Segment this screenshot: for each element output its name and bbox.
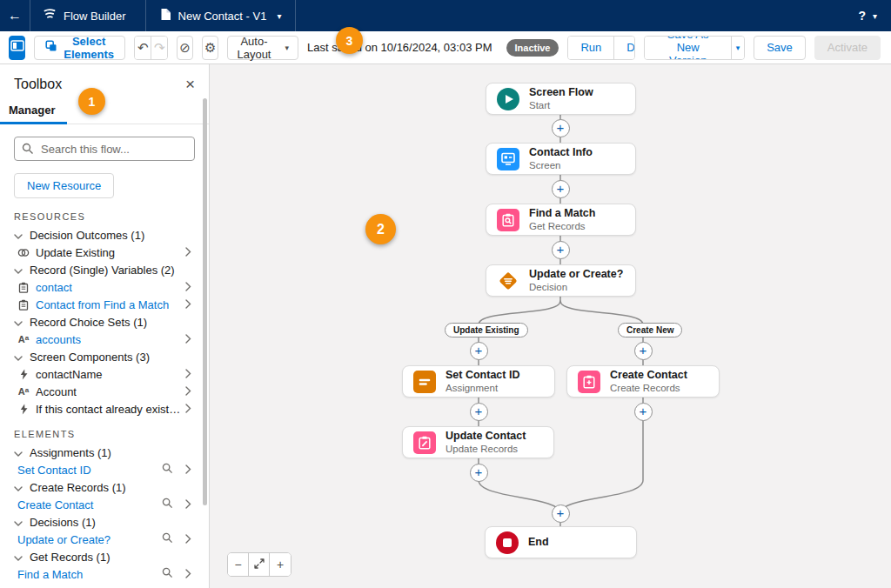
fit-to-view-button[interactable] <box>249 553 270 576</box>
close-icon[interactable]: × <box>185 76 195 92</box>
layout-picker[interactable]: Auto-Layout ▾ <box>227 36 298 60</box>
disable-icon: ⊘ <box>179 40 191 56</box>
resource-item-account[interactable]: Aa Account <box>0 383 209 400</box>
add-element-button[interactable] <box>552 180 570 198</box>
resource-item-contact[interactable]: contact <box>0 278 209 296</box>
add-element-button[interactable] <box>470 403 488 421</box>
resource-group-record-choice-sets[interactable]: Record Choice Sets (1) <box>0 313 209 331</box>
add-element-button[interactable] <box>552 504 570 523</box>
chevron-right-icon[interactable] <box>185 498 191 511</box>
back-button[interactable]: ← <box>0 0 30 31</box>
chevron-right-icon[interactable] <box>185 533 191 546</box>
select-elements-label: Select Elements <box>64 35 114 61</box>
flow-node-update-or-create[interactable]: Update or Create? Decision <box>486 264 636 297</box>
chevron-right-icon[interactable] <box>185 464 191 477</box>
chevron-right-icon[interactable] <box>185 403 191 416</box>
add-element-button[interactable] <box>470 464 488 482</box>
text-choice-icon: Aa <box>17 334 30 344</box>
flow-node-update-contact[interactable]: Update Contact Update Records <box>402 426 554 458</box>
error-check-button[interactable]: ⊘ <box>177 36 193 60</box>
chevron-down-icon <box>14 516 23 529</box>
resource-item-if-contact-exists[interactable]: If this contact already exists, upda... <box>0 400 209 418</box>
select-elements-button[interactable]: Select Elements <box>34 36 125 60</box>
left-panel-icon <box>10 39 24 56</box>
flow-node-end[interactable]: End <box>485 526 637 558</box>
flow-canvas[interactable]: Screen Flow Start Contact Info Screen Fi… <box>210 64 891 588</box>
node-title: Screen Flow <box>529 86 593 100</box>
redo-button[interactable]: ↷ <box>151 37 167 59</box>
flow-node-set-contact-id[interactable]: Set Contact ID Assignment <box>402 365 555 398</box>
get-records-icon <box>497 209 519 231</box>
chevron-right-icon[interactable] <box>185 333 191 346</box>
resource-item-contactname[interactable]: contactName <box>0 365 209 383</box>
undo-button[interactable]: ↶ <box>135 37 151 59</box>
search-icon[interactable] <box>162 567 173 581</box>
search-icon[interactable] <box>162 532 173 546</box>
toggle-toolbox-button[interactable] <box>9 36 25 60</box>
add-element-button[interactable] <box>552 241 570 259</box>
resource-group-screen-components[interactable]: Screen Components (3) <box>0 348 209 365</box>
resource-group-label: Record Choice Sets (1) <box>30 316 147 329</box>
element-group-screens[interactable]: Screens (1) <box>0 583 209 588</box>
record-variable-icon <box>17 282 30 293</box>
chevron-right-icon[interactable] <box>185 281 191 294</box>
sidebar-scrollbar[interactable] <box>203 98 207 505</box>
add-element-button[interactable] <box>634 403 653 421</box>
element-group-assignments[interactable]: Assignments (1) <box>0 444 209 461</box>
decision-icon <box>497 270 519 292</box>
resource-item-label: contactName <box>36 368 103 381</box>
activate-button[interactable]: Activate <box>814 36 881 60</box>
chevron-down-icon[interactable]: ▾ <box>277 11 281 21</box>
chevron-right-icon[interactable] <box>185 298 191 311</box>
element-group-get-records[interactable]: Get Records (1) <box>0 548 209 565</box>
element-item-find-a-match[interactable]: Find a Match <box>0 565 209 583</box>
run-button[interactable]: Run <box>568 37 613 59</box>
element-item-update-or-create[interactable]: Update or Create? <box>0 531 209 548</box>
flow-node-contact-info[interactable]: Contact Info Screen <box>486 143 636 175</box>
app-name: Flow Builder <box>64 10 126 23</box>
chevron-right-icon[interactable] <box>185 385 191 398</box>
element-item-label: Update or Create? <box>17 533 111 546</box>
element-item-set-contact-id[interactable]: Set Contact ID <box>0 461 209 478</box>
chevron-right-icon[interactable] <box>185 246 191 259</box>
zoom-out-button[interactable]: − <box>228 553 249 576</box>
toolbox-panel: Toolbox × Manager New Resource RESOURCES… <box>0 64 210 588</box>
add-element-button[interactable] <box>634 342 653 360</box>
element-group-decisions[interactable]: Decisions (1) <box>0 513 209 531</box>
save-as-new-version-button[interactable]: Save As New Version <box>645 37 731 59</box>
help-menu[interactable]: ? ▾ <box>858 9 891 23</box>
resource-item-accounts[interactable]: Aa accounts <box>0 331 209 348</box>
add-element-button[interactable] <box>552 119 570 137</box>
flow-node-start[interactable]: Screen Flow Start <box>486 83 636 115</box>
element-item-create-contact[interactable]: Create Contact <box>0 496 209 513</box>
search-icon[interactable] <box>162 463 173 477</box>
new-resource-button[interactable]: New Resource <box>14 173 114 198</box>
branch-label-text: Update Existing <box>453 325 519 335</box>
settings-button[interactable]: ⚙ <box>202 36 218 60</box>
resource-group-decision-outcomes[interactable]: Decision Outcomes (1) <box>0 226 209 244</box>
element-group-create-records[interactable]: Create Records (1) <box>0 478 209 496</box>
resource-item-update-existing[interactable]: Update Existing <box>0 244 209 261</box>
flow-title-tab[interactable]: New Contact - V1 ▾ <box>146 0 296 31</box>
search-icon[interactable] <box>162 498 173 511</box>
chevron-right-icon[interactable] <box>185 568 191 581</box>
save-button[interactable]: Save <box>754 36 806 60</box>
chevron-down-icon <box>14 316 23 329</box>
resource-group-record-variables[interactable]: Record (Single) Variables (2) <box>0 261 209 278</box>
flow-node-create-contact[interactable]: Create Contact Create Records <box>566 365 720 398</box>
chevron-down-icon: ▾ <box>285 43 289 52</box>
resource-item-contact-from-find-a-match[interactable]: Contact from Find a Match <box>0 296 209 313</box>
tab-manager[interactable]: Manager <box>0 99 67 124</box>
search-input[interactable] <box>14 137 195 161</box>
zoom-in-button[interactable]: + <box>270 553 291 576</box>
flow-builder-logo-icon <box>43 8 57 23</box>
save-as-dropdown-button[interactable]: ▾ <box>731 37 744 59</box>
node-subtitle: Create Records <box>610 382 687 394</box>
update-records-icon <box>413 431 436 454</box>
debug-button[interactable]: Debug <box>613 37 635 59</box>
chevron-right-icon[interactable] <box>185 368 191 381</box>
add-element-button[interactable] <box>470 342 488 360</box>
branch-label-create-new: Create New <box>618 323 682 337</box>
flow-title: New Contact - V1 <box>178 10 267 23</box>
flow-node-find-a-match[interactable]: Find a Match Get Records <box>486 204 636 236</box>
